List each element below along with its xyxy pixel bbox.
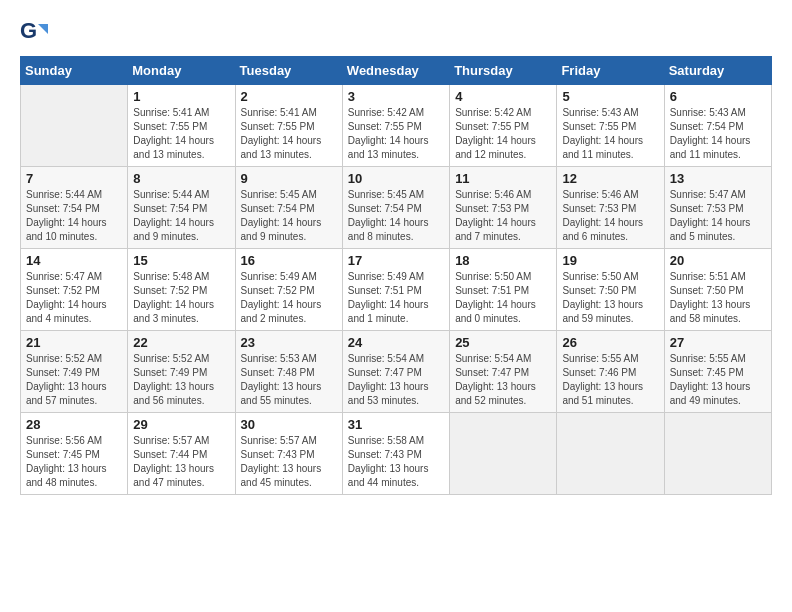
- day-info: Sunrise: 5:56 AM Sunset: 7:45 PM Dayligh…: [26, 434, 122, 490]
- svg-text:G: G: [20, 20, 37, 43]
- day-info: Sunrise: 5:57 AM Sunset: 7:43 PM Dayligh…: [241, 434, 337, 490]
- day-number: 24: [348, 335, 444, 350]
- calendar-cell: 1Sunrise: 5:41 AM Sunset: 7:55 PM Daylig…: [128, 85, 235, 167]
- page-header: G: [20, 20, 772, 48]
- calendar-week-row: 28Sunrise: 5:56 AM Sunset: 7:45 PM Dayli…: [21, 413, 772, 495]
- day-of-week-header: Friday: [557, 57, 664, 85]
- day-number: 31: [348, 417, 444, 432]
- day-info: Sunrise: 5:58 AM Sunset: 7:43 PM Dayligh…: [348, 434, 444, 490]
- day-info: Sunrise: 5:54 AM Sunset: 7:47 PM Dayligh…: [455, 352, 551, 408]
- day-number: 7: [26, 171, 122, 186]
- day-info: Sunrise: 5:55 AM Sunset: 7:46 PM Dayligh…: [562, 352, 658, 408]
- day-number: 1: [133, 89, 229, 104]
- calendar-week-row: 21Sunrise: 5:52 AM Sunset: 7:49 PM Dayli…: [21, 331, 772, 413]
- day-info: Sunrise: 5:43 AM Sunset: 7:54 PM Dayligh…: [670, 106, 766, 162]
- day-info: Sunrise: 5:45 AM Sunset: 7:54 PM Dayligh…: [241, 188, 337, 244]
- day-number: 26: [562, 335, 658, 350]
- calendar-cell: 30Sunrise: 5:57 AM Sunset: 7:43 PM Dayli…: [235, 413, 342, 495]
- day-number: 22: [133, 335, 229, 350]
- day-number: 18: [455, 253, 551, 268]
- calendar-cell: 7Sunrise: 5:44 AM Sunset: 7:54 PM Daylig…: [21, 167, 128, 249]
- day-number: 17: [348, 253, 444, 268]
- calendar-table: SundayMondayTuesdayWednesdayThursdayFrid…: [20, 56, 772, 495]
- day-number: 13: [670, 171, 766, 186]
- calendar-header: SundayMondayTuesdayWednesdayThursdayFrid…: [21, 57, 772, 85]
- day-number: 15: [133, 253, 229, 268]
- calendar-cell: [557, 413, 664, 495]
- calendar-cell: 12Sunrise: 5:46 AM Sunset: 7:53 PM Dayli…: [557, 167, 664, 249]
- day-info: Sunrise: 5:52 AM Sunset: 7:49 PM Dayligh…: [26, 352, 122, 408]
- day-info: Sunrise: 5:41 AM Sunset: 7:55 PM Dayligh…: [133, 106, 229, 162]
- day-of-week-header: Thursday: [450, 57, 557, 85]
- day-info: Sunrise: 5:41 AM Sunset: 7:55 PM Dayligh…: [241, 106, 337, 162]
- day-info: Sunrise: 5:44 AM Sunset: 7:54 PM Dayligh…: [26, 188, 122, 244]
- day-number: 12: [562, 171, 658, 186]
- calendar-cell: 20Sunrise: 5:51 AM Sunset: 7:50 PM Dayli…: [664, 249, 771, 331]
- calendar-body: 1Sunrise: 5:41 AM Sunset: 7:55 PM Daylig…: [21, 85, 772, 495]
- day-number: 28: [26, 417, 122, 432]
- calendar-cell: 2Sunrise: 5:41 AM Sunset: 7:55 PM Daylig…: [235, 85, 342, 167]
- day-number: 30: [241, 417, 337, 432]
- calendar-cell: 9Sunrise: 5:45 AM Sunset: 7:54 PM Daylig…: [235, 167, 342, 249]
- day-info: Sunrise: 5:42 AM Sunset: 7:55 PM Dayligh…: [455, 106, 551, 162]
- calendar-cell: 25Sunrise: 5:54 AM Sunset: 7:47 PM Dayli…: [450, 331, 557, 413]
- calendar-cell: 11Sunrise: 5:46 AM Sunset: 7:53 PM Dayli…: [450, 167, 557, 249]
- day-info: Sunrise: 5:42 AM Sunset: 7:55 PM Dayligh…: [348, 106, 444, 162]
- calendar-cell: 5Sunrise: 5:43 AM Sunset: 7:55 PM Daylig…: [557, 85, 664, 167]
- calendar-cell: 17Sunrise: 5:49 AM Sunset: 7:51 PM Dayli…: [342, 249, 449, 331]
- day-number: 23: [241, 335, 337, 350]
- calendar-cell: 29Sunrise: 5:57 AM Sunset: 7:44 PM Dayli…: [128, 413, 235, 495]
- day-info: Sunrise: 5:49 AM Sunset: 7:52 PM Dayligh…: [241, 270, 337, 326]
- calendar-cell: 16Sunrise: 5:49 AM Sunset: 7:52 PM Dayli…: [235, 249, 342, 331]
- calendar-cell: 15Sunrise: 5:48 AM Sunset: 7:52 PM Dayli…: [128, 249, 235, 331]
- day-number: 19: [562, 253, 658, 268]
- day-number: 20: [670, 253, 766, 268]
- day-number: 4: [455, 89, 551, 104]
- day-number: 25: [455, 335, 551, 350]
- logo-icon: G: [20, 20, 48, 48]
- day-number: 9: [241, 171, 337, 186]
- day-info: Sunrise: 5:55 AM Sunset: 7:45 PM Dayligh…: [670, 352, 766, 408]
- calendar-cell: 13Sunrise: 5:47 AM Sunset: 7:53 PM Dayli…: [664, 167, 771, 249]
- day-info: Sunrise: 5:43 AM Sunset: 7:55 PM Dayligh…: [562, 106, 658, 162]
- day-number: 6: [670, 89, 766, 104]
- day-info: Sunrise: 5:45 AM Sunset: 7:54 PM Dayligh…: [348, 188, 444, 244]
- days-of-week-row: SundayMondayTuesdayWednesdayThursdayFrid…: [21, 57, 772, 85]
- svg-marker-1: [38, 24, 48, 34]
- calendar-cell: 4Sunrise: 5:42 AM Sunset: 7:55 PM Daylig…: [450, 85, 557, 167]
- day-info: Sunrise: 5:51 AM Sunset: 7:50 PM Dayligh…: [670, 270, 766, 326]
- day-number: 3: [348, 89, 444, 104]
- calendar-week-row: 7Sunrise: 5:44 AM Sunset: 7:54 PM Daylig…: [21, 167, 772, 249]
- day-info: Sunrise: 5:53 AM Sunset: 7:48 PM Dayligh…: [241, 352, 337, 408]
- calendar-cell: 3Sunrise: 5:42 AM Sunset: 7:55 PM Daylig…: [342, 85, 449, 167]
- day-number: 5: [562, 89, 658, 104]
- day-of-week-header: Tuesday: [235, 57, 342, 85]
- day-info: Sunrise: 5:49 AM Sunset: 7:51 PM Dayligh…: [348, 270, 444, 326]
- day-info: Sunrise: 5:46 AM Sunset: 7:53 PM Dayligh…: [562, 188, 658, 244]
- calendar-cell: 19Sunrise: 5:50 AM Sunset: 7:50 PM Dayli…: [557, 249, 664, 331]
- day-info: Sunrise: 5:47 AM Sunset: 7:52 PM Dayligh…: [26, 270, 122, 326]
- calendar-week-row: 1Sunrise: 5:41 AM Sunset: 7:55 PM Daylig…: [21, 85, 772, 167]
- calendar-cell: 26Sunrise: 5:55 AM Sunset: 7:46 PM Dayli…: [557, 331, 664, 413]
- day-number: 16: [241, 253, 337, 268]
- logo: G: [20, 20, 52, 48]
- day-info: Sunrise: 5:57 AM Sunset: 7:44 PM Dayligh…: [133, 434, 229, 490]
- calendar-cell: 10Sunrise: 5:45 AM Sunset: 7:54 PM Dayli…: [342, 167, 449, 249]
- day-info: Sunrise: 5:50 AM Sunset: 7:51 PM Dayligh…: [455, 270, 551, 326]
- day-of-week-header: Sunday: [21, 57, 128, 85]
- day-number: 10: [348, 171, 444, 186]
- day-number: 21: [26, 335, 122, 350]
- day-info: Sunrise: 5:46 AM Sunset: 7:53 PM Dayligh…: [455, 188, 551, 244]
- day-number: 14: [26, 253, 122, 268]
- calendar-cell: [450, 413, 557, 495]
- day-number: 8: [133, 171, 229, 186]
- day-info: Sunrise: 5:48 AM Sunset: 7:52 PM Dayligh…: [133, 270, 229, 326]
- day-number: 11: [455, 171, 551, 186]
- day-info: Sunrise: 5:44 AM Sunset: 7:54 PM Dayligh…: [133, 188, 229, 244]
- calendar-cell: 27Sunrise: 5:55 AM Sunset: 7:45 PM Dayli…: [664, 331, 771, 413]
- calendar-cell: 21Sunrise: 5:52 AM Sunset: 7:49 PM Dayli…: [21, 331, 128, 413]
- calendar-cell: [664, 413, 771, 495]
- day-number: 29: [133, 417, 229, 432]
- day-number: 27: [670, 335, 766, 350]
- day-of-week-header: Saturday: [664, 57, 771, 85]
